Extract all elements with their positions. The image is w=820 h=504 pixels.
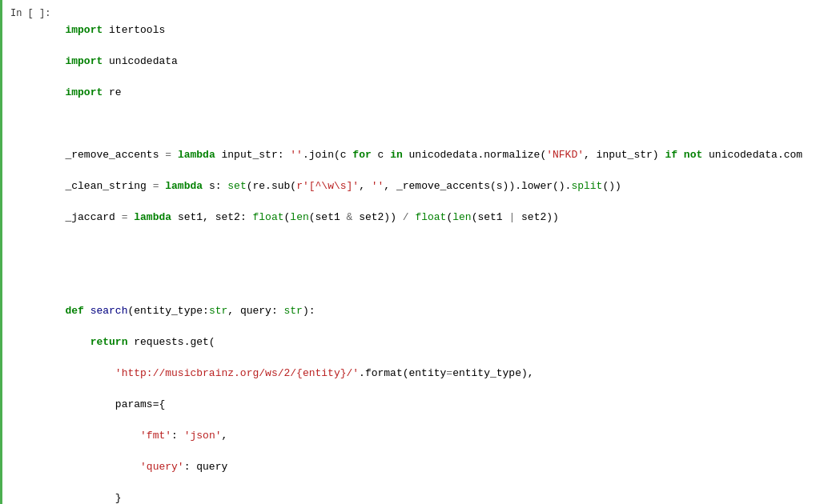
code-line	[58, 272, 820, 288]
code-line	[58, 241, 820, 257]
code-line: import itertools	[58, 22, 820, 38]
code-line: _jaccard = lambda set1, set2: float(len(…	[58, 210, 820, 226]
code-line: 'fmt': 'json',	[58, 428, 820, 444]
code-line: import unicodedata	[58, 54, 820, 70]
code-line: def search(entity_type:str, query: str):	[58, 303, 820, 319]
code-line: }	[58, 490, 820, 505]
code-line: params={	[58, 397, 820, 413]
code-line: import re	[58, 85, 820, 101]
code-line: 'http://musicbrainz.org/ws/2/{entity}/'.…	[58, 366, 820, 382]
code-line: 'query': query	[58, 459, 820, 475]
code-content[interactable]: import itertools import unicodedata impo…	[58, 0, 820, 504]
code-line: _clean_string = lambda s: set(re.sub(r'[…	[58, 178, 820, 194]
code-line	[58, 116, 820, 132]
cell-label: In [ ]:	[2, 0, 58, 504]
code-line: _remove_accents = lambda input_str: ''.j…	[58, 147, 820, 163]
code-line: return requests.get(	[58, 334, 820, 350]
notebook-cell: In [ ]: import itertools import unicoded…	[0, 0, 820, 504]
